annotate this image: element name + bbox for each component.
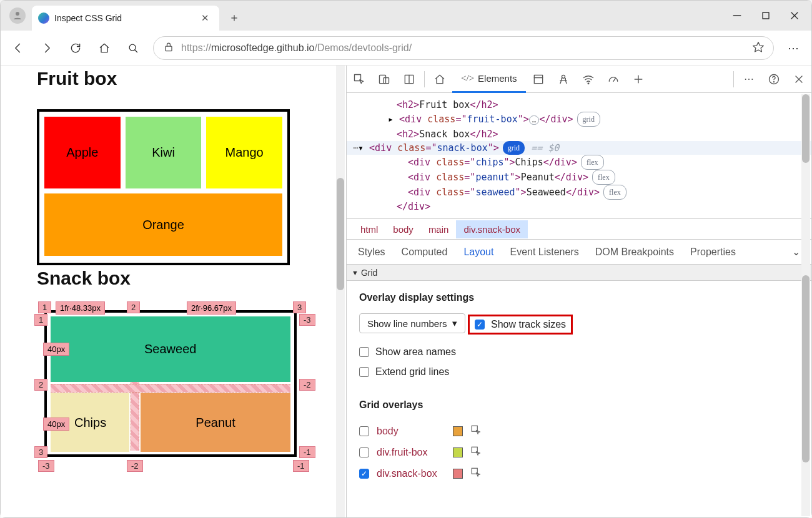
window-controls — [723, 3, 809, 28]
show-track-sizes-checkbox[interactable] — [475, 320, 485, 330]
welcome-icon[interactable] — [427, 67, 452, 92]
sources-icon[interactable] — [551, 67, 576, 92]
svg-point-16 — [562, 75, 565, 78]
snack-box-grid: Seaweed Chips Peanut — [44, 310, 297, 457]
grid-line-number: 1 — [34, 314, 47, 326]
edge-favicon-icon — [38, 12, 49, 24]
maximize-button[interactable] — [751, 3, 780, 28]
svg-marker-8 — [753, 42, 764, 51]
performance-icon[interactable] — [601, 67, 626, 92]
tab-properties[interactable]: Properties — [690, 247, 736, 258]
reveal-in-dom-icon[interactable] — [470, 424, 482, 438]
show-area-names-checkbox[interactable] — [359, 347, 369, 357]
grid-line-number: -3 — [38, 460, 54, 472]
dock-side-icon[interactable] — [397, 67, 422, 92]
titlebar: Inspect CSS Grid ✕ ＋ — [1, 1, 811, 31]
tab-event-listeners[interactable]: Event Listeners — [510, 247, 578, 258]
overlay-body-checkbox[interactable] — [359, 426, 369, 436]
browser-tab[interactable]: Inspect CSS Grid ✕ — [32, 6, 219, 31]
fruit-box-grid: Apple Kiwi Mango Orange — [37, 109, 290, 265]
fruit-mango: Mango — [206, 117, 282, 188]
grid-line-number: -2 — [299, 379, 315, 391]
tab-layout[interactable]: Layout — [463, 247, 493, 258]
overlay-snack-box-swatch[interactable] — [453, 469, 463, 479]
elements-tab[interactable]: </> Elements — [452, 66, 526, 93]
crumb-main[interactable]: main — [421, 220, 457, 238]
inspect-element-icon[interactable] — [347, 67, 372, 92]
address-bar[interactable]: https://microsoftedge.github.io/Demos/de… — [153, 36, 774, 60]
svg-line-18 — [613, 78, 615, 81]
chevron-down-icon[interactable]: ⌄ — [792, 246, 800, 258]
extend-grid-lines-checkbox[interactable] — [359, 367, 369, 377]
lock-icon — [162, 41, 175, 56]
tab-close-button[interactable]: ✕ — [199, 10, 212, 26]
grid-track-label: 40px — [43, 343, 69, 356]
page-viewport: Fruit box Apple Kiwi Mango Orange Snack … — [1, 66, 346, 517]
overlay-fruit-box-swatch[interactable] — [453, 447, 463, 457]
grid-line-number: 3 — [293, 301, 306, 313]
grid-line-number: -2 — [127, 460, 143, 472]
tab-title: Inspect CSS Grid — [54, 13, 194, 23]
dom-breadcrumbs[interactable]: html body main div.snack-box — [347, 218, 811, 240]
dom-tree[interactable]: <h2>Fruit box</h2> ▸ <div class="fruit-b… — [347, 93, 811, 218]
svg-line-6 — [135, 49, 137, 52]
overlay-fruit-box-checkbox[interactable] — [359, 447, 369, 457]
grid-line-number: 2 — [127, 301, 140, 313]
refresh-button[interactable] — [67, 39, 84, 57]
page-scrollbar[interactable] — [336, 66, 345, 517]
grid-track-label: 40px — [43, 418, 69, 431]
tab-computed[interactable]: Computed — [402, 247, 448, 258]
close-window-button[interactable] — [780, 3, 809, 28]
overlay-body-swatch[interactable] — [453, 426, 463, 436]
application-icon[interactable] — [526, 67, 551, 92]
grid-line-number: -1 — [293, 460, 309, 472]
grid-section-header[interactable]: ▼Grid — [347, 265, 811, 281]
svg-rect-14 — [534, 75, 542, 83]
dom-selected-node[interactable]: ⋯▾ <div class="snack-box">grid== $0 — [347, 141, 811, 155]
tab-styles[interactable]: Styles — [358, 247, 385, 258]
favorite-icon[interactable] — [752, 41, 765, 56]
help-icon[interactable] — [761, 67, 786, 92]
crumb-body[interactable]: body — [385, 220, 421, 238]
network-icon[interactable] — [576, 67, 601, 92]
svg-rect-10 — [380, 75, 386, 83]
tab-dom-breakpoints[interactable]: DOM Breakpoints — [595, 247, 674, 258]
snack-peanut: Peanut — [141, 393, 290, 452]
forward-button — [38, 39, 56, 57]
devtools-close-button[interactable] — [786, 67, 811, 92]
home-button[interactable] — [96, 39, 113, 57]
svg-rect-11 — [384, 77, 389, 83]
layout-grid-pane: Overlay display settings Show line numbe… — [347, 281, 811, 517]
browser-menu-button[interactable]: ⋯ — [785, 39, 803, 57]
show-track-sizes-highlight: Show track sizes — [468, 315, 573, 335]
url-text: https://microsoftedge.github.io/Demos/de… — [181, 42, 412, 54]
grid-overlays-heading: Grid overlays — [359, 399, 799, 411]
devtools-scrollbar[interactable] — [801, 94, 810, 516]
browser-toolbar: https://microsoftedge.github.io/Demos/de… — [1, 31, 811, 66]
overlay-snack-box-checkbox[interactable] — [359, 469, 369, 479]
add-tab-icon[interactable] — [626, 67, 651, 92]
show-track-sizes-label: Show track sizes — [491, 319, 566, 330]
minimize-button[interactable] — [723, 3, 751, 28]
line-numbers-dropdown[interactable]: Show line numbers▾ — [359, 313, 465, 333]
grid-line-number: 2 — [34, 379, 47, 391]
snack-box-heading: Snack box — [37, 268, 346, 289]
new-tab-button[interactable]: ＋ — [223, 6, 245, 29]
grid-line-number: -1 — [299, 446, 315, 458]
grid-track-label: 2fr·96.67px — [187, 301, 236, 315]
devtools-menu-button[interactable]: ⋯ — [736, 67, 761, 92]
svg-rect-2 — [763, 12, 769, 19]
reveal-in-dom-icon[interactable] — [470, 467, 482, 481]
profile-avatar[interactable] — [9, 7, 26, 24]
search-button[interactable] — [124, 39, 142, 57]
back-button[interactable] — [9, 39, 27, 57]
snack-box-overlay-wrap: Seaweed Chips Peanut 1 1fr·48.33px 2 2fr… — [37, 299, 304, 474]
crumb-html[interactable]: html — [353, 220, 385, 238]
dropdown-caret-icon: ▾ — [452, 318, 457, 329]
crumb-selected[interactable]: div.snack-box — [456, 220, 528, 238]
overlay-settings-heading: Overlay display settings — [359, 292, 799, 303]
code-bracket-icon: </> — [461, 73, 474, 84]
reveal-in-dom-icon[interactable] — [470, 446, 482, 459]
device-toolbar-icon[interactable] — [372, 67, 397, 92]
fruit-apple: Apple — [44, 117, 121, 188]
